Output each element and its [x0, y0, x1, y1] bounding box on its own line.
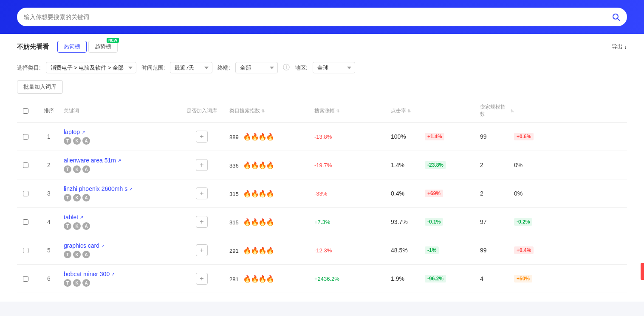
header-added: 是否加入词库	[174, 107, 229, 115]
row-index-0: 889 🔥🔥🔥🔥	[229, 133, 314, 141]
export-label: 导出	[612, 43, 623, 50]
batch-add-button[interactable]: 批量加入词库	[17, 80, 63, 94]
keyword-tags-3: TKA	[64, 222, 174, 230]
sellers-sort-icon[interactable]: ⇅	[511, 109, 514, 113]
export-button[interactable]: 导出 ↓	[612, 43, 627, 50]
keyword-tags-1: TKA	[64, 165, 174, 173]
header-sellers[interactable]: 变家规模指数 ⇅	[480, 103, 514, 118]
row-growth-2: -33%	[314, 190, 391, 197]
terminal-label: 终端:	[217, 64, 230, 72]
row-checkbox-1[interactable]	[23, 162, 28, 168]
row-added-0[interactable]: +	[174, 131, 229, 143]
tag-t: T	[64, 137, 71, 145]
index-value-2: 315	[229, 191, 239, 197]
row-ctr-change-0: +1.4%	[425, 133, 480, 140]
row-keyword-4: graphics card ↗ TKA	[64, 242, 174, 258]
row-check-5[interactable]	[17, 276, 34, 282]
keyword-arrow-icon: ↗	[101, 243, 105, 248]
add-to-library-button-0[interactable]: +	[196, 131, 208, 143]
tab-trend[interactable]: 趋势榜 NEW	[88, 41, 118, 53]
keyword-link-1[interactable]: alienware area 51m ↗	[64, 157, 174, 164]
fire-icons-0: 🔥🔥🔥🔥	[243, 133, 274, 140]
row-check-3[interactable]	[17, 219, 34, 225]
section-title: 不妨先看看	[17, 43, 49, 51]
header-growth[interactable]: 搜索涨幅 ⇅	[314, 107, 391, 115]
add-to-library-button-5[interactable]: +	[196, 273, 208, 285]
growth-sort-icon[interactable]: ⇅	[336, 109, 339, 113]
row-added-2[interactable]: +	[174, 187, 229, 199]
tag-a: A	[82, 165, 90, 173]
region-select[interactable]: 全球	[313, 62, 355, 73]
row-sellers-4: 99	[480, 247, 514, 254]
add-to-library-button-3[interactable]: +	[196, 216, 208, 228]
row-ctr-change-4: -1%	[425, 246, 480, 254]
row-rank-0: 1	[34, 133, 64, 140]
tag-a: A	[82, 279, 90, 287]
keyword-arrow-icon: ↗	[111, 272, 115, 277]
terminal-select[interactable]: 全部	[235, 62, 278, 73]
row-check-0[interactable]	[17, 134, 34, 140]
row-growth-3: +7.3%	[314, 219, 391, 225]
header-index[interactable]: 类目搜索指数 ⇅	[229, 107, 314, 115]
index-value-4: 291	[229, 248, 239, 254]
row-check-2[interactable]	[17, 191, 34, 196]
ctr-sort-icon[interactable]: ⇅	[407, 109, 411, 113]
category-select[interactable]: 消费电子 > 电脑及软件 > 全部	[46, 62, 136, 73]
keyword-link-5[interactable]: bobcat miner 300 ↗	[64, 271, 174, 277]
header-check	[17, 108, 34, 114]
header-index-label: 类目搜索指数	[229, 107, 260, 115]
row-check-4[interactable]	[17, 248, 34, 253]
row-checkbox-2[interactable]	[23, 191, 28, 196]
row-index-3: 315 🔥🔥🔥🔥	[229, 218, 314, 226]
row-check-1[interactable]	[17, 162, 34, 168]
tag-t: T	[64, 165, 71, 173]
row-checkbox-5[interactable]	[23, 276, 28, 282]
fire-icons-3: 🔥🔥🔥🔥	[243, 218, 274, 226]
keyword-link-0[interactable]: laptop ↗	[64, 129, 174, 135]
keyword-arrow-icon: ↗	[82, 130, 85, 134]
row-added-4[interactable]: +	[174, 244, 229, 256]
select-all-checkbox[interactable]	[23, 108, 28, 114]
add-to-library-button-1[interactable]: +	[196, 159, 208, 171]
row-added-5[interactable]: +	[174, 273, 229, 285]
tag-a: A	[82, 137, 90, 145]
svg-line-1	[618, 19, 620, 21]
time-label: 时间范围:	[141, 64, 165, 72]
add-to-library-button-4[interactable]: +	[196, 244, 208, 256]
tab-hot[interactable]: 热词榜	[57, 41, 87, 53]
row-rank-2: 3	[34, 190, 64, 197]
row-checkbox-4[interactable]	[23, 248, 28, 253]
keyword-link-4[interactable]: graphics card ↗	[64, 242, 174, 249]
row-sellers-0: 99	[480, 133, 514, 140]
tag-a: A	[82, 222, 90, 230]
fire-icons-1: 🔥🔥🔥🔥	[243, 162, 274, 169]
row-index-2: 315 🔥🔥🔥🔥	[229, 190, 314, 198]
row-added-3[interactable]: +	[174, 216, 229, 228]
keyword-tags-2: TKA	[64, 194, 174, 201]
row-ctr-change-3: -0.1%	[425, 218, 480, 226]
row-sellers-change-2: 0%	[514, 190, 569, 197]
info-icon[interactable]: ⓘ	[283, 63, 290, 72]
keyword-link-3[interactable]: tablet ↗	[64, 214, 174, 221]
row-added-1[interactable]: +	[174, 159, 229, 171]
search-input[interactable]	[24, 14, 612, 20]
row-growth-0: -13.8%	[314, 134, 391, 140]
table-row: 6 bobcat miner 300 ↗ TKA + 281 🔥🔥🔥🔥 +243…	[17, 265, 627, 293]
header-ctr[interactable]: 点击率 ⇅	[391, 107, 425, 115]
row-rank-3: 4	[34, 218, 64, 225]
table-row: 1 laptop ↗ TKA + 889 🔥🔥🔥🔥 -13.8% 100% +1…	[17, 123, 627, 151]
row-keyword-0: laptop ↗ TKA	[64, 129, 174, 145]
row-ctr-5: 1.9%	[391, 275, 425, 282]
keyword-link-2[interactable]: linzhi phoenix 2600mh s ↗	[64, 185, 174, 192]
row-checkbox-3[interactable]	[23, 219, 28, 225]
tab-new-badge: NEW	[107, 38, 119, 43]
add-to-library-button-2[interactable]: +	[196, 187, 208, 199]
row-growth-5: +2436.2%	[314, 276, 391, 282]
top-bar	[0, 0, 644, 34]
time-select[interactable]: 最近7天	[170, 62, 212, 73]
row-checkbox-0[interactable]	[23, 134, 28, 140]
tag-t: T	[64, 251, 71, 258]
row-ctr-0: 100%	[391, 133, 425, 140]
index-sort-icon[interactable]: ⇅	[261, 109, 265, 113]
search-button[interactable]	[612, 13, 620, 21]
